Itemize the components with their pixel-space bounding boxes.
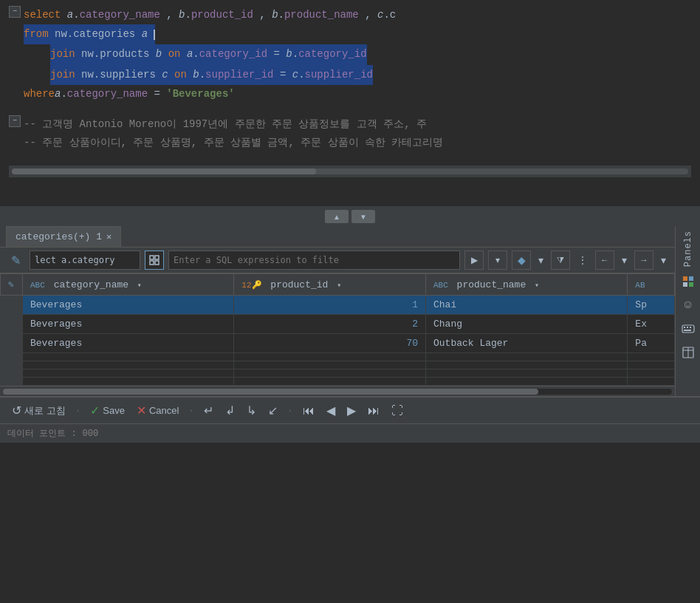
empty-cell-5d — [628, 361, 675, 369]
nav-prev-btn[interactable]: ◀ — [323, 402, 338, 419]
sep-3: · — [286, 404, 294, 418]
nav-expand-btn[interactable]: ⛶ — [388, 403, 406, 419]
col-type-abc2: ABC — [433, 281, 448, 290]
grid-header-row: ✎ ABC category_name ▾ 12🔑 product_id ▾ A… — [1, 274, 675, 296]
query-filter-input[interactable] — [30, 251, 140, 270]
cell-category-1: Beverages — [23, 296, 234, 315]
empty-edit-7 — [1, 378, 23, 386]
empty-cell-6d — [628, 369, 675, 378]
sql-highlight-block: from nw.categories a — [24, 24, 155, 44]
nav-down-btn[interactable]: ▼ — [351, 210, 375, 223]
table-row[interactable]: Beverages 2 Chang Ex — [1, 315, 675, 334]
arrow-right-dropdown[interactable]: ▾ — [658, 251, 669, 270]
smiley-icon[interactable]: ☺ — [679, 296, 697, 314]
filter-dropdown-btn[interactable]: ▾ — [488, 251, 507, 270]
arrow-left-dropdown[interactable]: ▾ — [619, 251, 630, 270]
data-grid-scroll[interactable]: ✎ ABC category_name ▾ 12🔑 product_id ▾ A… — [0, 273, 675, 386]
col-header-product_id[interactable]: 12🔑 product_id ▾ — [234, 274, 426, 296]
diamond-dropdown-btn[interactable]: ▾ — [535, 251, 546, 270]
empty-cell-7c — [425, 378, 627, 386]
grid-icon-1[interactable] — [679, 273, 697, 290]
table-row-empty — [1, 369, 675, 378]
cursor — [154, 30, 155, 40]
expand-icon-btn[interactable] — [145, 251, 164, 270]
format-btn-4[interactable]: ↙ — [265, 402, 281, 419]
save-btn[interactable]: ✓ Save — [87, 402, 128, 419]
svg-rect-11 — [690, 327, 691, 328]
nav-last-btn[interactable]: ⏭ — [365, 403, 382, 419]
collapse-btn-comment[interactable]: − — [9, 115, 21, 127]
refresh-label: 새로 고침 — [24, 404, 66, 418]
execute-filter-btn[interactable]: ▶ — [464, 251, 484, 270]
nav-first-btn[interactable]: ⏮ — [300, 403, 318, 419]
sql-editor[interactable]: − select a.category_name , b.product_id … — [0, 0, 700, 207]
empty-cell-5b — [234, 361, 426, 369]
col-header-category_name[interactable]: ABC category_name ▾ — [23, 274, 234, 296]
sql-join2-rest: nw.suppliers c on b.supplier_id = c.supp… — [81, 69, 373, 81]
tab-close-btn[interactable]: ✕ — [106, 231, 111, 242]
col-sort-product_id[interactable]: ▾ — [337, 282, 341, 290]
sql-highlight-join1: join nw.products b on a.category_id = b.… — [50, 44, 367, 64]
nav-next-btn[interactable]: ▶ — [344, 402, 359, 419]
col-sort-product_name[interactable]: ▾ — [535, 282, 539, 290]
tab-categories[interactable]: categories(+) 1 ✕ — [6, 226, 121, 247]
format-btn-3[interactable]: ↳ — [244, 402, 259, 419]
svg-rect-0 — [150, 256, 154, 259]
arrow-left-btn[interactable]: ← — [595, 251, 614, 270]
empty-cell-7b — [234, 378, 426, 386]
empty-cell-7d — [628, 378, 675, 386]
table-row[interactable]: Beverages 1 Chai Sp — [1, 296, 675, 315]
refresh-btn[interactable]: ↺ 새로 고침 — [9, 402, 69, 419]
more-options-btn[interactable]: ⋮ — [574, 251, 591, 270]
format-btn-1[interactable]: ↵ — [201, 402, 216, 419]
empty-cell-4b — [234, 353, 426, 361]
panels-label[interactable]: Panels — [683, 231, 693, 267]
format-btn-2[interactable]: ↲ — [222, 402, 238, 419]
row-edit-3 — [1, 334, 23, 353]
empty-edit-6 — [1, 369, 23, 378]
svg-rect-9 — [684, 327, 685, 328]
edit-pencil-icon[interactable]: ✎ — [6, 251, 25, 270]
scrollbar-track — [3, 389, 672, 395]
editor-scrollbar[interactable] — [9, 166, 691, 177]
cell-product-name-1: Chai — [425, 296, 627, 315]
pencil-icon: ✎ — [8, 279, 14, 290]
cell-category-3: Beverages — [23, 334, 234, 353]
collapse-btn-1[interactable]: − — [9, 6, 21, 18]
table-row[interactable]: Beverages 70 Outback Lager Pa — [1, 334, 675, 353]
row-edit-2 — [1, 315, 23, 334]
col-sort-category_name[interactable]: ▾ — [137, 282, 142, 290]
cell-extra-2: Ex — [628, 315, 675, 334]
col-header-extra[interactable]: AB — [628, 274, 675, 296]
col-type-abc1: ABC — [30, 281, 45, 290]
funnel-btn[interactable]: ⧩ — [551, 251, 570, 270]
empty-cell-4d — [628, 353, 675, 361]
sep-1: · — [75, 404, 82, 418]
empty-cell-4c — [425, 353, 627, 361]
dots-icon: ↺ — [12, 403, 21, 418]
diamond-icon-btn[interactable]: ◆ — [512, 251, 531, 270]
empty-cell-6c — [425, 369, 627, 378]
svg-rect-2 — [150, 261, 154, 265]
arrow-right-btn[interactable]: → — [634, 251, 653, 270]
empty-edit-4 — [1, 353, 23, 361]
sql-comment-1: -- 고객명 Antonio Moreno이 1997년에 주문한 주문 상품정… — [24, 115, 427, 134]
grid-bottom-scrollbar[interactable] — [0, 386, 675, 396]
table-row-empty — [1, 361, 675, 369]
cancel-btn[interactable]: ✕ Cancel — [134, 402, 182, 419]
empty-edit-5 — [1, 361, 23, 369]
sql-keyword-select: select — [24, 9, 61, 21]
results-panel: categories(+) 1 ✕ ✎ ▶ ▾ ◆ ▾ ⧩ ⋮ ← ▾ → ▾ — [0, 226, 700, 396]
nav-up-btn[interactable]: ▲ — [325, 210, 349, 223]
cell-extra-1: Sp — [628, 296, 675, 315]
sql-filter-input[interactable] — [168, 251, 460, 270]
sql-line-4: join nw.suppliers c on b.supplier_id = c… — [9, 65, 691, 85]
keyboard-icon[interactable] — [679, 320, 697, 338]
svg-rect-8 — [682, 325, 694, 333]
col-header-product_name[interactable]: ABC product_name ▾ — [425, 274, 627, 296]
table-icon-bottom[interactable] — [679, 344, 697, 361]
tab-label: categories(+) 1 — [16, 231, 102, 242]
cell-product-name-2: Chang — [425, 315, 627, 334]
col-type-ab: AB — [635, 281, 645, 290]
svg-rect-7 — [689, 282, 693, 287]
